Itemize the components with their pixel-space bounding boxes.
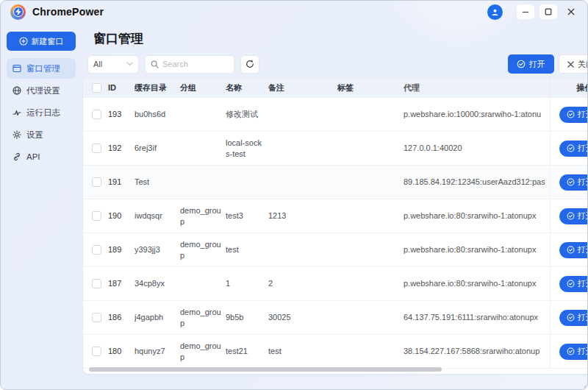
pagination: ‹ 1 › [83,378,588,390]
row-checkbox[interactable] [92,313,101,322]
row-checkbox[interactable] [92,279,101,288]
open-circle-icon [567,347,575,355]
cell-id: 186 [108,312,135,323]
cell-id: 189 [108,244,135,255]
row-open-button[interactable]: 打开 [559,208,588,224]
table-row: 193 bu0hs6d 修改测试 p.webshare.io:10000:sra… [83,98,588,132]
column-header-tags: 标签 [337,82,404,93]
row-open-button[interactable]: 打开 [559,174,588,191]
cell-id: 193 [108,109,135,120]
table-header: ID 缓存目录 分组 名称 备注 标签 代理 操作 [83,78,588,98]
page-title: 窗口管理 [93,30,588,47]
cell-actions: 打开 [550,301,588,334]
table-row: 192 6rej3if local-socks-test 127.0.0.1:4… [83,132,588,166]
user-avatar[interactable] [487,4,503,20]
sidebar-nav: 窗口管理 代理设置 运行日志 [7,58,76,167]
cell-proxy: 38.154.227.167:5868:srarwiho:atonup [404,346,550,357]
cell-cache-dir: y393jj3 [135,244,180,255]
open-circle-icon [567,212,575,220]
table-row: 187 34cp8yx 1 2 p.webshare.io:80:srarwih… [83,267,588,301]
cell-proxy: p.webshare.io:80:srarwiho-1:atonupx [404,278,550,289]
row-checkbox[interactable] [92,245,101,255]
sidebar-item-proxy-settings[interactable]: 代理设置 [7,80,76,101]
cell-name: 1 [226,278,268,289]
globe-icon [12,86,21,95]
column-header-proxy: 代理 [404,82,550,93]
cell-actions: 打开 [550,98,588,131]
table-row: 186 j4gapbh demo_group 9b5b 30025 64.137… [83,301,588,335]
titlebar: ChromePower [1,1,587,23]
row-open-button[interactable]: 打开 [559,107,588,123]
prev-page-icon[interactable]: ‹ [584,381,587,390]
horizontal-scrollbar[interactable] [89,367,442,372]
app-title: ChromePower [32,6,104,18]
close-selected-button[interactable]: 关闭 [559,54,588,74]
cell-name: test3 [226,210,268,221]
open-circle-icon [567,246,575,254]
row-checkbox[interactable] [92,110,101,119]
row-checkbox[interactable] [92,347,101,356]
sidebar-item-run-logs[interactable]: 运行日志 [7,102,76,123]
open-circle-icon [567,178,575,186]
minimize-button[interactable] [517,4,534,19]
cell-remark: 1213 [268,210,337,221]
cell-proxy: 127.0.0.1:40020 [404,143,550,154]
row-open-button[interactable]: 打开 [559,141,588,157]
sidebar-item-label: 运行日志 [26,107,60,118]
sidebar-item-api[interactable]: API [7,146,76,167]
row-checkbox[interactable] [92,177,101,187]
cell-remark: test [268,346,337,357]
sidebar-item-label: 窗口管理 [26,63,60,74]
new-window-button[interactable]: 新建窗口 [7,32,76,51]
row-open-label: 打开 [578,346,588,357]
select-all-checkbox[interactable] [92,83,101,93]
row-open-label: 打开 [578,177,588,188]
column-header-cache-dir: 缓存目录 [135,82,180,93]
row-open-button[interactable]: 打开 [559,242,588,258]
search-box [145,55,234,74]
table-row: 189 y393jj3 demo_group test p.webshare.i… [83,233,588,267]
open-circle-icon [567,110,575,118]
search-input[interactable] [162,60,225,68]
sidebar-item-window-management[interactable]: 窗口管理 [7,58,76,79]
sidebar-item-label: API [26,152,40,161]
cell-name: local-socks-test [226,138,268,160]
maximize-button[interactable] [539,4,557,19]
app-logo-icon [10,4,26,20]
row-checkbox[interactable] [92,211,101,221]
sidebar: 新建窗口 窗口管理 代理设置 [1,23,82,390]
row-open-button[interactable]: 打开 [559,310,588,326]
cell-remark: 30025 [268,312,337,323]
gear-icon [12,130,21,139]
cell-proxy: 64.137.75.191:6111:srarwiho:atonupx [404,312,550,323]
row-open-label: 打开 [578,109,588,120]
cell-group: demo_group [180,307,226,329]
toolbar: All [87,54,588,74]
cell-cache-dir: 34cp8yx [135,278,180,289]
search-icon [151,60,159,68]
cell-group: demo_group [180,205,226,227]
cell-actions: 打开 [550,166,588,199]
open-selected-button[interactable]: 打开 [508,54,554,74]
plus-circle-icon [19,37,28,46]
open-circle-icon [567,144,575,152]
cell-name: 修改测试 [226,109,268,120]
row-open-button[interactable]: 打开 [559,344,588,360]
open-selected-label: 打开 [529,59,545,70]
cell-id: 191 [108,177,135,188]
row-open-label: 打开 [578,244,588,255]
column-header-id: ID [108,82,135,93]
refresh-button[interactable] [240,55,259,74]
table-body: 193 bu0hs6d 修改测试 p.webshare.io:10000:sra… [83,98,588,369]
close-button[interactable] [562,4,580,19]
cell-group: demo_group [180,239,226,261]
filter-value: All [93,60,102,68]
table-row: 191 Test 89.185.84.192:12345:userAazd312… [83,166,588,199]
row-open-button[interactable]: 打开 [559,276,588,292]
row-checkbox[interactable] [92,143,101,153]
column-header-remark: 备注 [268,82,337,93]
filter-select[interactable]: All [87,55,139,74]
chevron-down-icon [126,62,133,66]
sidebar-item-settings[interactable]: 设置 [7,124,76,145]
cell-id: 192 [108,143,135,154]
